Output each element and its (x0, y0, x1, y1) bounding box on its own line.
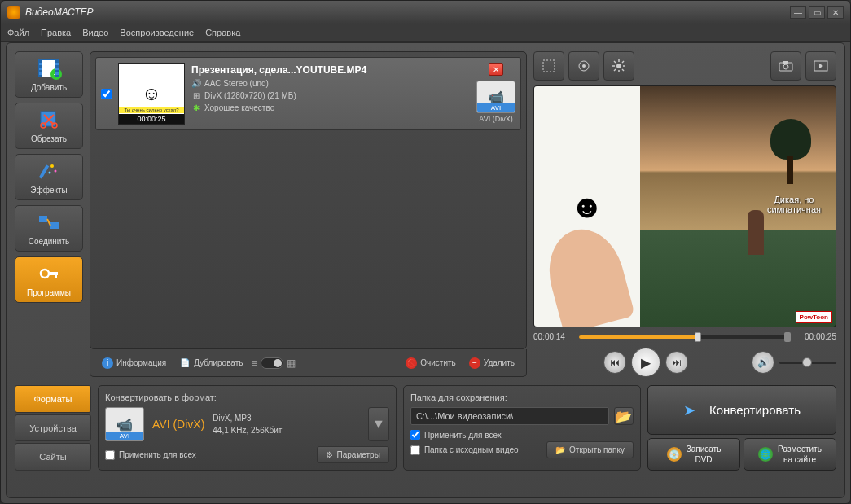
globe-icon: 🌐 (758, 447, 773, 462)
save-apply-all-checkbox[interactable]: Применить для всех (410, 430, 634, 440)
video-caption: Дикая, но симпатичная (767, 195, 821, 214)
prev-button[interactable]: ⏮ (603, 351, 626, 374)
play-button[interactable]: ▶ (631, 348, 660, 377)
end-marker[interactable] (784, 332, 791, 342)
dvd-icon: 💿 (667, 447, 682, 462)
convert-button[interactable]: ➤ Конвертировать (647, 385, 836, 435)
open-folder-button[interactable]: 📂Открыть папку (546, 441, 634, 458)
source-folder-checkbox[interactable]: Папка с исходным видео (410, 445, 519, 455)
crop-button[interactable] (533, 51, 564, 81)
menu-file[interactable]: Файл (7, 28, 29, 37)
camera-icon: 📹 (116, 417, 133, 432)
format-name: AVI (DivX) (152, 418, 204, 431)
sidebar-join-label: Соединить (29, 237, 69, 246)
format-icon[interactable]: 📹 AVI (105, 407, 144, 441)
convert-arrow-icon: ➤ (683, 401, 701, 419)
list-icon[interactable]: ≡ (252, 357, 257, 369)
svg-rect-12 (543, 60, 555, 72)
format-dropdown-button[interactable]: ▼ (368, 407, 389, 441)
burn-dvd-button[interactable]: 💿 Записать DVD (647, 438, 740, 471)
preview-toolbar (533, 51, 836, 81)
open-folder-icon: 📂 (555, 445, 565, 454)
video-frame: ☻ Дикая, но симпатичная PowToon (534, 86, 836, 327)
doodle-icon: ☺ (142, 82, 162, 105)
sidebar-effects-button[interactable]: Эффекты (15, 154, 83, 200)
menu-playback[interactable]: Воспроизведение (120, 28, 194, 37)
info-icon: i (102, 357, 113, 369)
grid-icon[interactable]: ▦ (287, 357, 296, 369)
folder-icon: 📂 (616, 409, 632, 424)
menu-video[interactable]: Видео (82, 28, 108, 37)
tab-formats[interactable]: Форматы (15, 385, 91, 413)
minimize-button[interactable]: — (790, 6, 806, 19)
maximize-button[interactable]: ▭ (809, 6, 825, 19)
thumb-timestamp: 00:00:25 (119, 114, 184, 124)
browse-folder-button[interactable]: 📂 (614, 407, 634, 425)
sidebar-programs-button[interactable]: Программы (15, 256, 83, 303)
app-window: ВидеоМАСТЕР — ▭ ✕ Файл Правка Видео Восп… (0, 0, 851, 504)
timeline: 00:00:14 00:00:25 (533, 332, 836, 341)
quality-meta: Хорошее качество (204, 103, 274, 112)
remove-file-button[interactable]: ✕ (489, 63, 503, 76)
menu-edit[interactable]: Правка (41, 28, 71, 37)
sidebar-add-label: Добавить (31, 83, 67, 92)
close-button[interactable]: ✕ (827, 6, 844, 19)
volume-button[interactable]: 🔊 (752, 351, 774, 374)
save-path-input[interactable] (410, 407, 609, 425)
view-toggles: ≡ ▦ (252, 357, 296, 369)
format-spec: DivX, MP3 44,1 KHz, 256Кбит (213, 412, 282, 436)
file-thumbnail: ☺ Ты очень сильно устал? 00:00:25 (118, 63, 185, 125)
volume-slider[interactable] (779, 362, 836, 364)
clear-button[interactable]: 🚫Очистить (401, 355, 461, 371)
seek-track[interactable] (579, 335, 791, 339)
snapshot-button[interactable] (770, 51, 801, 81)
duplicate-button[interactable]: 📄Дублировать (174, 355, 248, 371)
video-preview[interactable]: ☻ Дикая, но симпатичная PowToon (533, 85, 836, 327)
time-current: 00:00:14 (533, 332, 574, 341)
film-add-icon: + (36, 57, 62, 80)
next-button[interactable]: ⏭ (665, 351, 688, 374)
sidebar-trim-button[interactable]: Обрезать (15, 103, 83, 149)
sidebar-add-button[interactable]: + Добавить (15, 51, 83, 98)
delete-button[interactable]: −Удалить (464, 355, 520, 371)
format-apply-all-checkbox[interactable]: Применить для всех (105, 450, 196, 460)
volume-handle[interactable] (802, 357, 812, 367)
info-button[interactable]: iИнформация (97, 355, 171, 371)
star-icon: ✱ (191, 103, 201, 112)
svg-rect-3 (39, 164, 49, 179)
tab-sites[interactable]: Сайты (15, 443, 91, 471)
publish-button[interactable]: 🌐 Разместить на сайте (744, 438, 836, 471)
scissors-icon (36, 108, 62, 131)
svg-line-21 (622, 69, 624, 71)
sidebar-trim-label: Обрезать (31, 134, 67, 143)
speaker-icon: 🔊 (191, 78, 201, 88)
params-button[interactable]: ⚙Параметры (317, 446, 389, 463)
gear-icon: ⚙ (326, 450, 333, 459)
enhance-button[interactable] (568, 51, 599, 81)
sidebar-effects-label: Эффекты (30, 186, 67, 195)
sidebar-join-button[interactable]: Соединить (15, 205, 83, 252)
save-panel-title: Папка для сохранения: (410, 392, 634, 402)
svg-point-14 (582, 64, 586, 68)
svg-rect-7 (39, 216, 47, 222)
tab-devices[interactable]: Устройства (15, 414, 91, 442)
svg-marker-28 (819, 64, 823, 68)
svg-point-5 (55, 170, 57, 173)
file-list-panel: ☺ Ты очень сильно устал? 00:00:25 Презен… (90, 51, 527, 349)
svg-line-22 (622, 61, 624, 63)
titlebar: ВидеоМАСТЕР — ▭ ✕ (1, 1, 850, 24)
svg-line-23 (614, 69, 616, 71)
brightness-button[interactable] (603, 51, 634, 81)
seek-handle[interactable] (695, 332, 701, 342)
svg-point-9 (41, 270, 49, 278)
cartoon-icon: ☻ (570, 188, 604, 225)
file-checkbox[interactable] (101, 63, 112, 125)
output-format-icon[interactable]: 📹 AVI (476, 81, 515, 113)
file-item[interactable]: ☺ Ты очень сильно устал? 00:00:25 Презен… (95, 57, 521, 130)
svg-point-15 (616, 64, 621, 68)
menu-help[interactable]: Справка (205, 28, 240, 37)
svg-point-4 (50, 164, 54, 168)
fullscreen-button[interactable] (805, 51, 836, 81)
sidebar-programs-label: Программы (27, 288, 71, 297)
view-toggle[interactable] (261, 357, 283, 369)
